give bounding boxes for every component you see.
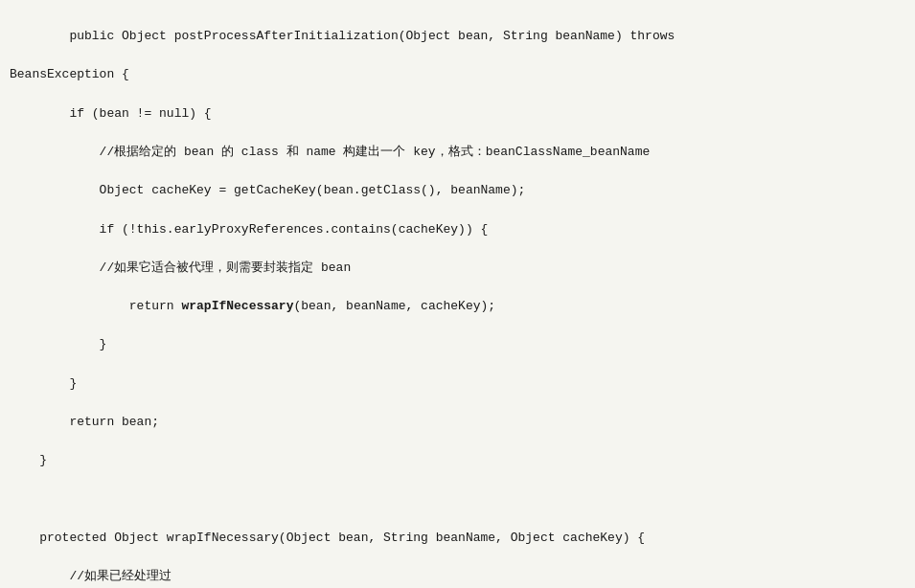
line-15: //如果已经处理过 <box>10 569 172 583</box>
line-12: } <box>10 453 47 467</box>
line-6: if (!this.earlyProxyReferences.contains(… <box>10 222 488 237</box>
line-9: } <box>10 337 106 351</box>
line-3: if (bean != null) { <box>10 106 212 121</box>
line-11: return bean; <box>10 415 159 429</box>
line-2: BeansException { <box>10 67 129 81</box>
line-10: } <box>10 376 77 391</box>
line-13 <box>10 492 17 507</box>
line-1: public Object postProcessAfterInitializa… <box>39 29 675 43</box>
line-5: Object cacheKey = getCacheKey(bean.getCl… <box>10 183 525 197</box>
code-container: public Object postProcessAfterInitializa… <box>0 0 915 588</box>
line-7: //如果它适合被代理，则需要封装指定 bean <box>10 260 351 275</box>
line-8: return wrapIfNecessary(bean, beanName, c… <box>10 299 495 313</box>
bold-method: wrapIfNecessary <box>181 299 293 313</box>
line-4: //根据给定的 bean 的 class 和 name 构建出一个 key，格式… <box>10 145 650 159</box>
code-block: public Object postProcessAfterInitializa… <box>10 8 905 588</box>
line-14: protected Object wrapIfNecessary(Object … <box>10 531 645 545</box>
